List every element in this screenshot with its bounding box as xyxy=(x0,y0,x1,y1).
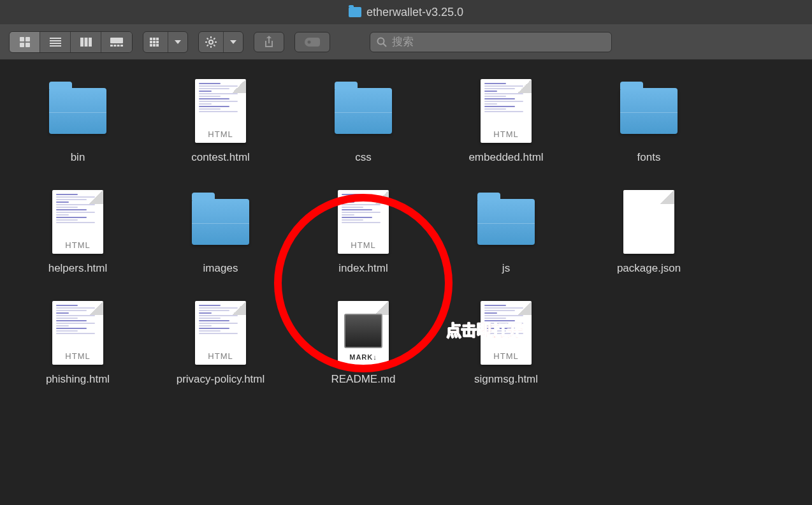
file-grid-area: binHTMLcontest.htmlcssHTMLembedded.htmlf… xyxy=(0,60,812,505)
action-gear-button[interactable] xyxy=(199,32,224,52)
action-chevron[interactable] xyxy=(224,32,243,52)
svg-rect-14 xyxy=(117,45,120,47)
svg-rect-20 xyxy=(153,41,156,43)
arrange-dropdown[interactable] xyxy=(143,31,188,53)
folder-mini-icon xyxy=(349,7,361,17)
file-item-privacy-policy-html[interactable]: HTMLprivacy-policy.html xyxy=(156,301,286,386)
gallery-view-button[interactable] xyxy=(101,32,132,52)
search-input[interactable] xyxy=(392,36,605,48)
svg-rect-1 xyxy=(25,37,30,41)
icon-view-button[interactable] xyxy=(10,32,40,52)
file-type-label: MARK↓ xyxy=(338,353,389,361)
md-file-icon: MARK↓ xyxy=(331,301,395,365)
file-item-js[interactable]: js xyxy=(441,190,571,275)
folder-icon xyxy=(331,79,395,143)
file-type-label: HTML xyxy=(338,240,389,250)
html-file-icon: HTML xyxy=(331,190,395,254)
json-file-icon xyxy=(617,190,681,254)
svg-rect-18 xyxy=(156,38,159,40)
svg-line-28 xyxy=(384,43,387,47)
file-label: bin xyxy=(71,150,85,165)
share-button[interactable] xyxy=(254,32,284,52)
file-label: privacy-policy.html xyxy=(177,372,265,386)
column-view-button[interactable] xyxy=(71,32,101,52)
svg-rect-16 xyxy=(150,38,152,40)
file-item-README-md[interactable]: MARK↓README.md xyxy=(298,301,428,386)
file-item-signmsg-html[interactable]: HTMLsignmsg.html xyxy=(441,301,571,386)
file-type-label: HTML xyxy=(195,129,246,139)
svg-rect-4 xyxy=(50,38,61,39)
svg-rect-15 xyxy=(120,45,123,47)
file-item-css[interactable]: css xyxy=(298,79,428,165)
svg-rect-23 xyxy=(153,44,156,47)
svg-rect-2 xyxy=(20,43,24,47)
file-label: index.html xyxy=(338,261,388,275)
svg-rect-19 xyxy=(150,41,152,43)
folder-icon xyxy=(189,190,252,254)
file-label: contest.html xyxy=(191,150,250,165)
window-title: etherwallet-v3.25.0 xyxy=(366,6,463,19)
file-label: js xyxy=(502,261,510,275)
arrange-chevron[interactable] xyxy=(168,32,187,52)
file-item-embedded-html[interactable]: HTMLembedded.html xyxy=(441,79,571,165)
file-type-label: HTML xyxy=(52,240,103,250)
action-dropdown[interactable] xyxy=(198,31,243,53)
svg-rect-22 xyxy=(150,44,152,47)
svg-rect-8 xyxy=(80,38,83,47)
file-label: fonts xyxy=(637,150,661,165)
file-item-index-html[interactable]: HTMLindex.html xyxy=(298,190,428,275)
arrange-button[interactable] xyxy=(143,32,168,52)
file-item-contest-html[interactable]: HTMLcontest.html xyxy=(156,79,286,165)
svg-rect-13 xyxy=(113,45,116,47)
html-file-icon: HTML xyxy=(474,79,538,143)
view-mode-group xyxy=(9,31,133,53)
svg-rect-3 xyxy=(25,43,30,47)
folder-icon xyxy=(617,79,681,143)
html-file-icon: HTML xyxy=(474,301,538,365)
html-file-icon: HTML xyxy=(189,79,252,143)
file-label: README.md xyxy=(331,372,395,386)
file-label: images xyxy=(203,261,238,275)
file-item-package-json[interactable]: package.json xyxy=(584,190,714,275)
svg-point-27 xyxy=(378,38,384,44)
svg-rect-0 xyxy=(20,37,24,41)
file-type-label: HTML xyxy=(52,351,103,361)
file-type-label: HTML xyxy=(481,129,532,139)
file-type-label: HTML xyxy=(481,351,532,361)
svg-rect-10 xyxy=(89,38,92,47)
svg-rect-5 xyxy=(50,40,61,41)
file-label: css xyxy=(355,150,372,165)
folder-icon xyxy=(46,79,110,143)
file-type-label: HTML xyxy=(195,351,246,361)
file-item-images[interactable]: images xyxy=(156,190,286,275)
file-item-bin[interactable]: bin xyxy=(13,79,143,165)
svg-rect-17 xyxy=(153,38,156,40)
tag-button[interactable] xyxy=(294,32,330,52)
file-label: embedded.html xyxy=(468,150,543,165)
svg-rect-9 xyxy=(84,38,87,47)
file-item-helpers-html[interactable]: HTMLhelpers.html xyxy=(13,190,143,275)
file-label: signmsg.html xyxy=(474,372,538,386)
search-icon xyxy=(377,37,387,47)
svg-point-26 xyxy=(308,40,311,43)
list-view-button[interactable] xyxy=(40,32,71,52)
file-item-fonts[interactable]: fonts xyxy=(584,79,714,165)
file-label: phishing.html xyxy=(46,372,110,386)
svg-rect-6 xyxy=(50,43,61,44)
svg-rect-12 xyxy=(110,45,113,47)
svg-rect-11 xyxy=(110,38,123,43)
html-file-icon: HTML xyxy=(46,190,110,254)
svg-rect-24 xyxy=(156,44,159,47)
search-box[interactable] xyxy=(370,32,612,52)
html-file-icon: HTML xyxy=(189,301,252,365)
svg-point-25 xyxy=(209,40,213,44)
html-file-icon: HTML xyxy=(46,301,110,365)
file-item-phishing-html[interactable]: HTMLphishing.html xyxy=(13,301,143,386)
toolbar xyxy=(0,24,812,60)
svg-rect-7 xyxy=(50,45,61,47)
file-label: package.json xyxy=(617,261,681,275)
file-label: helpers.html xyxy=(48,261,108,275)
svg-rect-21 xyxy=(156,41,159,43)
folder-icon xyxy=(474,190,538,254)
window-titlebar: etherwallet-v3.25.0 xyxy=(0,0,812,24)
